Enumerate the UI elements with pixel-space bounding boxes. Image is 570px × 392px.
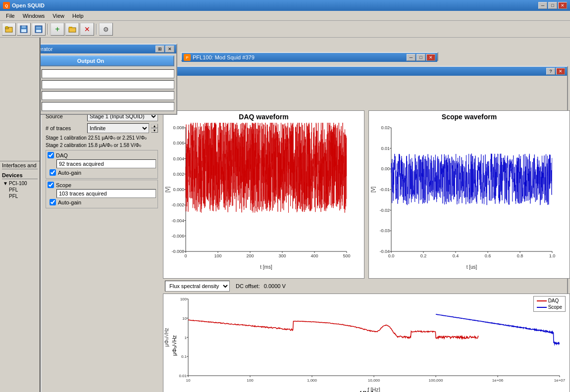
svg-rect-8: [36, 30, 41, 32]
spectrum-controls[interactable]: ? ✕: [546, 68, 565, 75]
title-bar: Q Open SQUID ─ □ ✕: [0, 0, 570, 11]
scope-waveform-title: Scope waveform: [369, 111, 570, 123]
sidebar-top: [0, 38, 40, 161]
app-icon: Q: [3, 2, 10, 9]
pfl-minimize-button[interactable]: ─: [407, 54, 415, 61]
pfl-icon: P: [184, 54, 191, 61]
svg-rect-11: [69, 27, 72, 28]
fg-amplitude-value: [42, 80, 174, 89]
left-sidebar: Interfaces and Devices ▼ PCI-100 PFL PFL: [0, 38, 41, 392]
folder-button[interactable]: [65, 23, 79, 36]
daq-canvas: [163, 123, 352, 271]
pfl-restore-button[interactable]: □: [416, 54, 425, 61]
traces-row: # of traces Infinite ▲ ▼: [44, 122, 160, 134]
settings-button[interactable]: ⚙: [99, 23, 113, 36]
scope-canvas: [369, 123, 557, 271]
devices-label: Devices: [2, 172, 38, 179]
pfl-close-button[interactable]: ✕: [426, 54, 435, 61]
delete-button[interactable]: ✕: [80, 23, 94, 36]
menu-help[interactable]: Help: [68, 12, 88, 20]
spectrum-body: ▶ Start ↺ Reset ◼ Stop ✓ Accept ○ Cancel: [42, 76, 567, 392]
func-gen-close-button[interactable]: ✕: [165, 46, 174, 52]
title-bar-left: Q Open SQUID: [3, 2, 45, 9]
toolbar-separator-2: [96, 24, 97, 35]
menu-file[interactable]: File: [2, 12, 19, 20]
spectrum-main-content: Source Stage 1 (Input SQUID) # of traces…: [44, 110, 565, 392]
save-alt-button[interactable]: [32, 23, 46, 36]
spec-bottom-controls: Flux spectral density DC offset: 0.0000 …: [163, 279, 570, 294]
menu-windows[interactable]: Windows: [19, 12, 49, 20]
interfaces-label: Interfaces and: [2, 162, 38, 169]
toolbar-separator-1: [48, 24, 49, 35]
scope-check-row: Scope: [48, 182, 156, 188]
scope-traces-box: 103 traces acquired: [56, 189, 156, 198]
stage1-cal-label: Stage 1 calibration: [46, 135, 87, 141]
stage1-cal-row: Stage 1 calibration 22.51 μA/Φ₀ or 2.251…: [44, 134, 160, 142]
scope-autogain-label: Auto-gain: [58, 199, 81, 205]
func-gen-controls[interactable]: ⊞ ✕: [155, 46, 174, 52]
daq-waveform-chart: DAQ waveform: [163, 110, 364, 279]
title-bar-controls[interactable]: ─ □ ✕: [538, 2, 567, 9]
stage2-cal-row: Stage 2 calibration 15.8 μA/Φ₀ or 1.58 V…: [44, 142, 160, 149]
traces-spinbox[interactable]: ▲ ▼: [151, 124, 158, 133]
svg-text:⚙: ⚙: [103, 26, 109, 33]
scope-autogain-checkbox[interactable]: [50, 199, 56, 205]
func-gen-restore-button[interactable]: ⊞: [155, 46, 164, 52]
pfl-window-controls[interactable]: ─ □ ✕: [407, 54, 435, 61]
scope-checkbox[interactable]: [48, 182, 54, 188]
legend-daq-label: DAQ: [548, 298, 559, 303]
daq-checkbox[interactable]: [48, 152, 54, 158]
add-button[interactable]: +: [51, 23, 64, 36]
legend-daq-line: [537, 300, 547, 301]
close-button[interactable]: ✕: [558, 2, 567, 9]
sidebar-item-pfl2[interactable]: PFL: [2, 193, 38, 199]
svg-text:✕: ✕: [84, 25, 90, 33]
spectrum-ylabel: μΦ₀/√Hz: [171, 335, 178, 356]
expand-icon: ▼: [3, 181, 8, 186]
pci100-label: PCI-100: [9, 181, 27, 186]
pfl2-label: PFL: [9, 194, 18, 199]
fg-frequency-value: [42, 102, 174, 111]
daq-autogain-checkbox[interactable]: [50, 169, 56, 176]
sidebar-item-pfl1[interactable]: PFL: [2, 187, 38, 193]
spectrum-canvas: [163, 294, 570, 392]
fg-waveform-value: [42, 69, 174, 78]
maximize-button[interactable]: □: [548, 2, 557, 9]
stage2-cal-value: 15.8 μA/Φ₀ or 1.58 V/Φ₀: [88, 143, 142, 148]
spin-up-button[interactable]: ▲: [151, 124, 158, 128]
legend-scope-label: Scope: [548, 304, 562, 310]
spin-down-button[interactable]: ▼: [151, 128, 158, 133]
menu-bar: File Windows View Help: [0, 11, 570, 21]
daq-label: DAQ: [56, 152, 68, 158]
daq-traces-box: 92 traces acquired: [56, 159, 156, 168]
right-charts-panel: DAQ waveform Scope waveform Flux spectra…: [163, 110, 570, 392]
spectrum-legend: DAQ Scope: [533, 296, 566, 312]
svg-text:+: +: [55, 25, 59, 33]
left-controls-panel: Source Stage 1 (Input SQUID) # of traces…: [44, 110, 160, 392]
sidebar-devices: Devices ▼ PCI-100 PFL PFL: [0, 171, 40, 200]
pfl-title-left: P PFL100: Mod Squid #379: [184, 54, 255, 61]
flux-type-select[interactable]: Flux spectral density: [165, 281, 230, 292]
traces-label: # of traces: [46, 125, 85, 131]
traces-select[interactable]: Infinite: [87, 123, 149, 133]
menu-view[interactable]: View: [49, 12, 68, 20]
pfl-title-text: PFL100: Mod Squid #379: [193, 54, 255, 60]
toolbar: + ✕ ⚙: [0, 21, 570, 38]
daq-autogain-label: Auto-gain: [58, 170, 81, 176]
minimize-button[interactable]: ─: [538, 2, 547, 9]
legend-daq: DAQ: [537, 298, 562, 303]
svg-rect-2: [5, 26, 8, 28]
save-button[interactable]: [17, 23, 31, 36]
dc-offset-label: DC offset:: [236, 283, 260, 289]
daq-section: DAQ 92 traces acquired Auto-gain: [46, 150, 158, 179]
legend-scope: Scope: [537, 304, 562, 310]
sidebar-item-pci100[interactable]: ▼ PCI-100: [2, 180, 38, 187]
scope-autogain-row: Auto-gain: [48, 199, 156, 205]
stage2-cal-label: Stage 2 calibration: [46, 143, 87, 148]
daq-autogain-row: Auto-gain: [48, 169, 156, 176]
spectrum-help-button[interactable]: ?: [546, 68, 555, 75]
open-button[interactable]: [2, 23, 16, 36]
pfl-window: P PFL100: Mod Squid #379 ─ □ ✕: [181, 52, 438, 61]
sidebar-interfaces: Interfaces and: [0, 161, 40, 171]
spectrum-close-button[interactable]: ✕: [556, 68, 565, 75]
